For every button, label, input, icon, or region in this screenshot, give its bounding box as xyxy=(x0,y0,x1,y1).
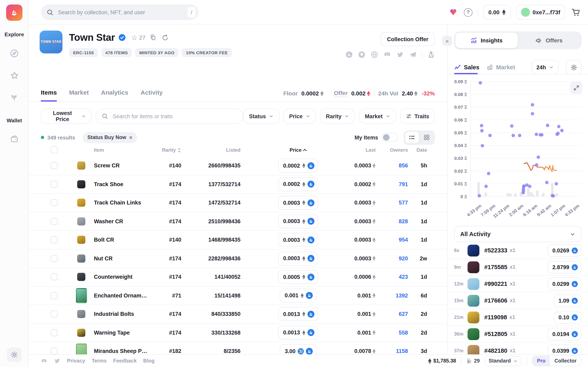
col-price[interactable]: Price xyxy=(269,147,327,153)
owners-link[interactable]: 828 xyxy=(399,218,408,225)
col-rarity[interactable]: Rarity xyxy=(139,147,181,153)
row-checkbox[interactable] xyxy=(51,200,58,206)
owners-link[interactable]: 954 xyxy=(399,237,408,243)
activity-row[interactable]: 37m#482180x10.0399 xyxy=(448,342,588,354)
gem-marketplace-icon[interactable] xyxy=(358,51,365,58)
buy-price-button[interactable]: 0.0003 xyxy=(278,196,318,210)
chart-settings-button[interactable] xyxy=(566,60,581,75)
activity-price-button[interactable]: 0.10 xyxy=(553,311,581,324)
market-dropdown[interactable]: Market xyxy=(359,108,396,124)
owners-link[interactable]: 558 xyxy=(399,330,408,336)
collection-offer-button[interactable]: Collection Offer xyxy=(380,32,435,46)
balance-button[interactable]: 0.00 xyxy=(484,5,511,20)
rewards-gem-icon[interactable] xyxy=(448,7,458,17)
activity-row[interactable]: 36m#512805x10.0194 xyxy=(448,326,588,342)
theme-toggle-button[interactable] xyxy=(7,347,22,362)
table-row[interactable]: Screw CR#1402660/9984350.00020.00038565h xyxy=(29,157,447,175)
row-checkbox[interactable] xyxy=(51,348,58,355)
sidebar-item-watchlist[interactable] xyxy=(0,71,29,80)
rarity-dropdown[interactable]: Rarity xyxy=(320,108,355,124)
row-checkbox[interactable] xyxy=(51,162,58,169)
my-items-toggle[interactable] xyxy=(382,133,398,142)
grid-view-button[interactable] xyxy=(420,132,434,143)
buy-price-button[interactable]: 0.0013 xyxy=(278,326,318,340)
status-dropdown[interactable]: Status xyxy=(243,108,279,124)
col-date[interactable]: Date xyxy=(411,147,427,153)
activity-row[interactable]: 21m#119098x10.10 xyxy=(448,309,588,326)
tab-market[interactable]: Market xyxy=(69,89,89,101)
sort-dropdown[interactable]: Lowest Price xyxy=(41,108,91,124)
time-range-dropdown[interactable]: 24h xyxy=(531,60,559,75)
row-checkbox[interactable] xyxy=(51,218,58,225)
table-row[interactable]: Bolt CR#1401468/9984350.00030.00039541d xyxy=(29,231,447,249)
tab-insights[interactable]: Insights xyxy=(455,33,518,48)
col-listed[interactable]: Listed xyxy=(184,147,241,153)
buy-price-button[interactable]: 0.0005 xyxy=(278,270,318,284)
link-feedback[interactable]: Feedback xyxy=(113,358,137,364)
activity-filter-select[interactable]: All Activity xyxy=(454,226,581,242)
buy-price-button[interactable]: 0.0013 xyxy=(278,307,318,321)
telegram-icon[interactable] xyxy=(409,51,416,58)
select-all-checkbox[interactable] xyxy=(51,146,58,153)
row-checkbox[interactable] xyxy=(51,274,58,281)
tab-items[interactable]: Items xyxy=(41,89,57,101)
discord-icon[interactable] xyxy=(383,50,391,58)
chip-close-icon[interactable]: × xyxy=(129,134,132,141)
buy-price-button[interactable]: 0.0003 xyxy=(278,252,318,266)
mode-collector-button[interactable]: Collector xyxy=(550,356,581,366)
buy-price-button[interactable]: 0.0003 xyxy=(278,215,318,228)
speed-dropdown[interactable]: Standard xyxy=(485,356,522,366)
buy-price-button[interactable]: 0.0002 xyxy=(278,159,318,173)
owners-link[interactable]: 423 xyxy=(399,274,408,280)
buy-price-button[interactable]: 0.0003 xyxy=(278,233,318,247)
owners-link[interactable]: 920 xyxy=(399,256,408,262)
tab-activity[interactable]: Activity xyxy=(141,89,163,101)
sidebar-item-wallet[interactable] xyxy=(0,134,29,143)
expand-chart-button[interactable] xyxy=(570,82,582,94)
copy-address-button[interactable] xyxy=(149,33,157,42)
subtab-market[interactable]: Market xyxy=(487,59,515,75)
activity-price-button[interactable]: 0.0194 xyxy=(547,328,581,340)
link-blog[interactable]: Blog xyxy=(143,358,155,364)
activity-price-button[interactable]: 0.0269 xyxy=(547,244,581,257)
discord-icon[interactable] xyxy=(41,358,47,364)
row-checkbox[interactable] xyxy=(51,255,58,262)
offer-label[interactable]: Offer xyxy=(334,90,348,97)
share-icon[interactable] xyxy=(428,51,435,58)
owners-link[interactable]: 577 xyxy=(399,200,408,206)
owners-link[interactable]: 627 xyxy=(399,311,408,317)
tab-analytics[interactable]: Analytics xyxy=(101,89,128,101)
collection-avatar[interactable]: TOWN STAR xyxy=(40,31,62,53)
sidebar-item-explore[interactable] xyxy=(0,49,29,58)
opensea-pro-logo[interactable] xyxy=(6,4,22,21)
owners-link[interactable]: 1392 xyxy=(396,292,408,299)
twitter-icon[interactable] xyxy=(54,358,61,364)
owners-link[interactable]: 1158 xyxy=(396,348,408,354)
row-checkbox[interactable] xyxy=(51,329,58,336)
table-row[interactable]: Track Shoe#1741377/5327140.00020.0002791… xyxy=(29,175,447,194)
buy-price-button[interactable]: 0.001 xyxy=(280,289,316,303)
traits-button[interactable]: Traits xyxy=(400,108,435,124)
website-globe-icon[interactable] xyxy=(371,51,378,58)
tab-offers[interactable]: Offers xyxy=(518,33,580,48)
link-terms[interactable]: Terms xyxy=(92,358,107,364)
link-privacy[interactable]: Privacy xyxy=(67,358,85,364)
filter-chip-status[interactable]: Status Buy Now × xyxy=(82,132,138,143)
col-last[interactable]: Last xyxy=(331,147,376,153)
col-item[interactable]: Item xyxy=(94,147,104,153)
row-checkbox[interactable] xyxy=(51,236,58,243)
table-row[interactable]: Mirandus Sheep P…#1828/23563.00$0.007811… xyxy=(29,342,447,354)
price-dropdown[interactable]: Price xyxy=(283,108,316,124)
owners-link[interactable]: 856 xyxy=(399,163,408,169)
table-row[interactable]: Track Chain Links#1741472/5327140.00030.… xyxy=(29,194,447,212)
table-row[interactable]: Enchanted Ornam…#7115/1414980.0010.00113… xyxy=(29,286,447,305)
activity-price-button[interactable]: 0.0399 xyxy=(547,344,581,354)
col-owners[interactable]: Owners xyxy=(380,147,408,153)
activity-row[interactable]: 15m#176606x11.09 xyxy=(448,292,588,309)
activity-row[interactable]: 9m#175585x12.8799 xyxy=(448,259,588,276)
owners-link[interactable]: 791 xyxy=(399,181,408,187)
activity-row[interactable]: 12m#990221x10.0299 xyxy=(448,276,588,292)
subtab-sales[interactable]: Sales xyxy=(454,59,479,75)
table-row[interactable]: Nut CR#1742282/9984360.00030.00039202w xyxy=(29,249,447,268)
row-checkbox[interactable] xyxy=(51,181,58,188)
